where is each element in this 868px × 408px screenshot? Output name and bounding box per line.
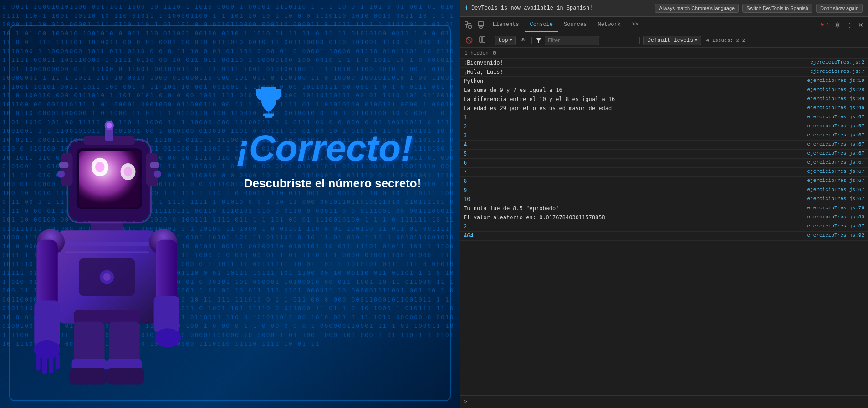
console-row: 464ejercicioTres.js:92 [460,232,868,241]
issues-label: 4 Issues: [706,38,733,43]
toolbar-separator-1 [491,37,491,44]
file-link[interactable]: ejercicioTres.js:46 [807,105,864,111]
filter-box [545,36,636,45]
default-levels-dropdown[interactable]: Default levels ▼ [643,36,702,45]
file-link[interactable]: ejercicioTres.js:67 [807,196,864,201]
console-message: 6 [464,160,804,166]
console-eye-button[interactable]: 👁 [518,36,528,45]
issues-blue-count: 2 [742,38,745,43]
console-message: 464 [464,232,804,239]
trophy-icon [250,82,287,118]
context-dropdown-icon: ▼ [510,38,512,43]
clear-console-button[interactable]: 🚫 [464,36,475,45]
svg-rect-42 [59,162,69,168]
svg-rect-24 [69,368,107,385]
file-link[interactable]: ejercicioTres.js:2 [810,60,864,65]
console-row: PythonejercicioTres.js:19 [460,77,868,86]
devtools-notification-bar: ℹ DevTools is now available in Spanish! … [460,0,868,17]
tab-network[interactable]: Network [592,18,626,32]
tab-elements[interactable]: Elements [487,18,525,32]
file-link[interactable]: ejercicioTres.js:76 [807,205,864,211]
svg-rect-10 [34,300,60,347]
console-row: 4ejercicioTres.js:67 [460,141,868,150]
more-options-button[interactable]: ⋮ [843,20,855,30]
tab-console[interactable]: Console [525,18,558,32]
dont-show-again-button[interactable]: Don't show again [816,4,863,13]
devtools-tab-bar: Elements Console Sources Network >> ⚑ 2 … [460,17,868,33]
console-row: 6ejercicioTres.js:67 [460,159,868,168]
console-message: La suma de 9 y 7 es igual a 16 [464,87,804,93]
file-link[interactable]: ejercicioTres.js:67 [807,178,864,183]
svg-rect-12 [36,354,40,371]
file-link[interactable]: ejercicioTres.js:67 [807,151,864,156]
device-toolbar-button[interactable] [475,20,487,30]
file-link[interactable]: ejercicioTres.js:7 [810,69,864,74]
issues-summary: 4 Issues: 2 2 [706,38,745,43]
inspect-element-button[interactable] [462,20,475,30]
console-input-row: > [460,395,868,408]
console-message: Tu nota fue de 8.5 "Aprobado" [464,205,804,212]
svg-rect-29 [61,153,73,186]
context-label: top [498,37,508,44]
console-message: 2 [464,223,804,230]
console-message: Python [464,78,804,84]
svg-rect-53 [482,37,485,42]
file-link[interactable]: ejercicioTres.js:67 [807,160,864,165]
default-levels-label: Default levels [648,37,694,44]
filter-input[interactable] [545,36,599,45]
console-message: 7 [464,169,804,175]
console-row: 10ejercicioTres.js:67 [460,195,868,204]
svg-point-31 [57,170,65,177]
devtools-panel: ℹ DevTools is now available in Spanish! … [460,0,868,408]
svg-rect-15 [56,354,60,369]
svg-point-41 [107,123,112,128]
console-message: 10 [464,196,804,202]
toggle-sidebar-button[interactable] [477,35,487,45]
console-row: 8ejercicioTres.js:67 [460,177,868,186]
issues-flag-icon: ⚑ [821,21,824,29]
console-message: ¡Hola, Luis! [464,69,807,75]
file-link[interactable]: ejercicioTres.js:67 [807,169,864,174]
settings-button[interactable] [832,20,843,30]
svg-point-6 [103,273,110,281]
file-link[interactable]: ejercicioTres.js:39 [807,96,864,101]
console-row: Tu nota fue de 8.5 "Aprobado"ejercicioTr… [460,204,868,213]
svg-rect-13 [42,357,47,374]
file-link[interactable]: ejercicioTres.js:19 [807,78,864,83]
file-link[interactable]: ejercicioTres.js:67 [807,114,864,120]
console-output[interactable]: ¡Bienvenido!ejercicioTres.js:2¡Hola, Lui… [460,59,868,395]
console-row: 3ejercicioTres.js:67 [460,131,868,141]
svg-rect-46 [469,25,471,28]
svg-point-37 [95,162,105,172]
hidden-settings-button[interactable]: ⚙ [491,50,498,56]
console-prompt: > [464,398,467,405]
file-link[interactable]: ejercicioTres.js:87 [807,223,864,229]
file-link[interactable]: ejercicioTres.js:67 [807,123,864,129]
info-icon: ℹ [465,5,468,12]
file-link[interactable]: ejercicioTres.js:67 [807,132,864,138]
hidden-messages-bar: 1 hidden ⚙ [460,48,868,59]
file-link[interactable]: ejercicioTres.js:92 [807,232,864,238]
console-row: La diferencia entre el 10 y el 8 es igua… [460,95,868,104]
console-message: 2 [464,123,804,130]
console-input[interactable] [470,399,864,405]
console-toolbar: 🚫 top ▼ 👁 Default levels ▼ 4 Issues: 2 2 [460,33,868,48]
console-message: 5 [464,151,804,157]
svg-point-32 [154,170,161,177]
close-devtools-button[interactable]: ✕ [855,20,866,30]
file-link[interactable]: ejercicioTres.js:83 [807,214,864,220]
file-link[interactable]: ejercicioTres.js:67 [807,187,864,192]
tab-more[interactable]: >> [626,18,643,32]
correcto-heading: ¡Correcto! [237,127,413,169]
file-link[interactable]: ejercicioTres.js:28 [807,87,864,92]
svg-marker-54 [536,38,541,43]
context-selector[interactable]: top ▼ [495,36,516,45]
switch-devtools-button[interactable]: Switch DevTools to Spanish [742,4,812,13]
always-match-button[interactable]: Always match Chrome's language [655,4,739,13]
tab-sources[interactable]: Sources [558,18,592,32]
toolbar-separator-3 [639,37,640,44]
svg-rect-9 [36,240,57,310]
svg-point-38 [124,167,133,176]
file-link[interactable]: ejercicioTres.js:67 [807,141,864,147]
svg-rect-43 [150,162,159,168]
